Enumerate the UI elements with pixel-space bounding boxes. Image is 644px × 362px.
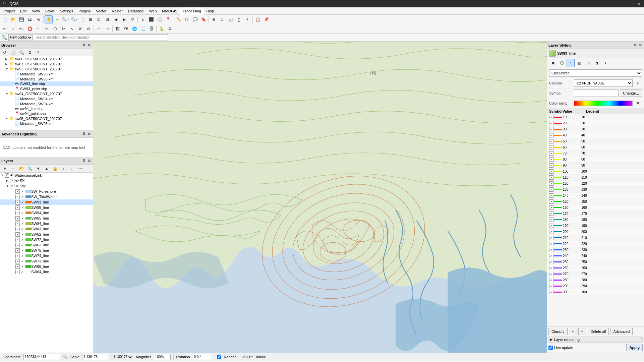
magnifier-input[interactable]: [154, 354, 171, 360]
sym-checkbox[interactable]: [549, 133, 553, 137]
symbol-row[interactable]: 10 10: [547, 114, 644, 120]
layer-list-item[interactable]: ✓SW95_line: [0, 205, 93, 210]
symbol-row[interactable]: 210 210: [547, 235, 644, 241]
tb-zoom-selection[interactable]: ⊟: [103, 15, 111, 23]
scale-input[interactable]: [82, 354, 109, 360]
layer-visibility-checkbox[interactable]: [15, 195, 20, 199]
tb-toggle-edit[interactable]: ✏: [1, 25, 9, 33]
tb-delete-ring[interactable]: ⊗: [76, 25, 84, 33]
tb-zoom-layer[interactable]: ⊡: [95, 15, 103, 23]
symbol-row[interactable]: 200 200: [547, 229, 644, 235]
delete-all-btn[interactable]: Delete all: [588, 328, 609, 335]
scale-select[interactable]: 1:130176: [112, 354, 133, 360]
symbol-row[interactable]: 130 130: [547, 187, 644, 193]
live-update-checkbox[interactable]: [548, 346, 553, 350]
browser-tree-item[interactable]: ▶📁sw87_OST50CONT_201707: [0, 61, 93, 66]
menu-vector[interactable]: Vector: [93, 7, 109, 15]
rotation-input[interactable]: [193, 354, 211, 360]
layer-visibility-checkbox[interactable]: [15, 259, 20, 263]
sym-checkbox[interactable]: [549, 230, 553, 234]
symbol-row[interactable]: 140 140: [547, 193, 644, 199]
symbol-row[interactable]: 220 220: [547, 241, 644, 247]
layers-add-group-btn[interactable]: +: [1, 165, 9, 173]
tb-pan-map[interactable]: ↔: [53, 15, 61, 23]
tb-add-ring[interactable]: ⭕: [26, 25, 34, 33]
layer-group-item[interactable]: ▼👁SW: [0, 183, 93, 189]
browser-tree-item[interactable]: 📄Metadata_SW93.xml: [0, 71, 93, 76]
layer-list-item[interactable]: ✓SW82_line: [0, 232, 93, 237]
sym-checkbox[interactable]: [549, 212, 553, 216]
layer-visibility-checkbox[interactable]: [15, 243, 20, 247]
tb-zoom-full[interactable]: ⊞: [86, 15, 95, 23]
layer-visibility-checkbox[interactable]: [15, 248, 20, 253]
adv-digitizing-close-btn[interactable]: ✕: [87, 132, 92, 136]
layer-visibility-checkbox[interactable]: [15, 200, 20, 204]
symbol-row[interactable]: 80 80: [547, 157, 644, 163]
layers-remove-btn[interactable]: –: [9, 165, 17, 173]
sym-checkbox[interactable]: [549, 266, 553, 270]
sym-checkbox[interactable]: [549, 145, 553, 149]
browser-tree-item[interactable]: 📄Metadata_SW94.xml: [0, 96, 93, 101]
tb-zoom-prev[interactable]: ◀: [112, 15, 120, 23]
map-canvas[interactable]: ↑N: [93, 42, 547, 353]
tb-python[interactable]: 🐍: [158, 25, 166, 33]
tb-save-as[interactable]: 🖫: [26, 15, 34, 23]
sym-checkbox[interactable]: [549, 236, 553, 240]
layer-list-item[interactable]: ✓SW74_line: [0, 253, 93, 258]
symbol-row[interactable]: 120 120: [547, 181, 644, 187]
layer-list-item[interactable]: ✓SW_TidalWater: [0, 194, 93, 199]
tb-select-feature[interactable]: ⬛: [147, 15, 155, 23]
browser-close-btn[interactable]: ✕: [87, 43, 92, 48]
sym-checkbox[interactable]: [549, 163, 553, 168]
tb-undo[interactable]: ↩: [95, 25, 103, 33]
browser-tree[interactable]: ▶📁sw86_OST50CONT_201707▶📁sw87_OST50CONT_…: [0, 56, 93, 130]
group-expand-arrow[interactable]: ▼: [6, 184, 10, 188]
browser-float-btn[interactable]: ⧉: [82, 43, 86, 48]
layer-list-item[interactable]: ✓SW65_line: [0, 264, 93, 269]
symbol-row[interactable]: 280 280: [547, 277, 644, 283]
style-heatmap-btn[interactable]: 🌡: [601, 59, 609, 67]
layer-visibility-checkbox[interactable]: [10, 184, 14, 188]
browser-tree-item[interactable]: 📍SW93_point.shp: [0, 86, 93, 91]
layers-lock-btn[interactable]: 🔒: [51, 165, 59, 173]
browser-tree-item[interactable]: 🗃sw94_line.shp: [0, 106, 93, 111]
symbol-row[interactable]: 190 190: [547, 223, 644, 229]
layer-list-item[interactable]: ✓SW94_line: [0, 210, 93, 216]
tb-csv[interactable]: 📃: [139, 25, 147, 33]
layer-list-item[interactable]: ✓SW83_line: [0, 226, 93, 232]
tb-new[interactable]: 📄: [1, 15, 9, 23]
layer-list-item[interactable]: ✓SW93_line: [0, 199, 93, 205]
sym-checkbox[interactable]: [549, 260, 553, 264]
sym-checkbox[interactable]: [549, 193, 553, 198]
tb-reshape[interactable]: ~: [34, 25, 42, 33]
sym-checkbox[interactable]: [549, 242, 553, 246]
symbol-row[interactable]: 70 70: [547, 150, 644, 157]
tb-redo[interactable]: ↪: [103, 25, 111, 33]
tree-arrow-icon[interactable]: ▶: [5, 62, 9, 66]
sym-checkbox[interactable]: [549, 272, 553, 276]
symbol-row[interactable]: 160 160: [547, 205, 644, 211]
tb-vector-layer[interactable]: 🗺: [122, 25, 130, 33]
apply-btn[interactable]: Apply: [626, 344, 643, 351]
styling-close-btn[interactable]: ✕: [638, 43, 643, 48]
adv-digitizing-float-btn[interactable]: ⧉: [82, 132, 86, 136]
layer-visibility-checkbox[interactable]: [15, 254, 20, 258]
menu-plugins[interactable]: Plugins: [76, 7, 93, 15]
layers-close-btn[interactable]: ✕: [87, 159, 92, 163]
sym-checkbox[interactable]: [549, 139, 553, 143]
sym-checkbox[interactable]: [549, 254, 553, 258]
sym-checkbox[interactable]: [549, 218, 553, 222]
symbol-row[interactable]: 100 100: [547, 169, 644, 175]
sym-checkbox[interactable]: [549, 284, 553, 288]
symbol-row[interactable]: 270 270: [547, 271, 644, 277]
menu-web[interactable]: Web: [147, 7, 159, 15]
layer-list-item[interactable]: ✓SW72_line: [0, 237, 93, 242]
tb-open[interactable]: 📂: [9, 15, 17, 23]
close-btn[interactable]: ✕: [637, 1, 641, 6]
sym-checkbox[interactable]: [549, 205, 553, 210]
tb-print[interactable]: 🖨: [34, 15, 42, 23]
layer-list-item[interactable]: ✓SW73_line: [0, 258, 93, 264]
column-select[interactable]: 1:2 PROP_VALUE: [574, 79, 633, 87]
layer-visibility-checkbox[interactable]: [15, 238, 20, 242]
layer-visibility-checkbox[interactable]: [15, 232, 20, 237]
